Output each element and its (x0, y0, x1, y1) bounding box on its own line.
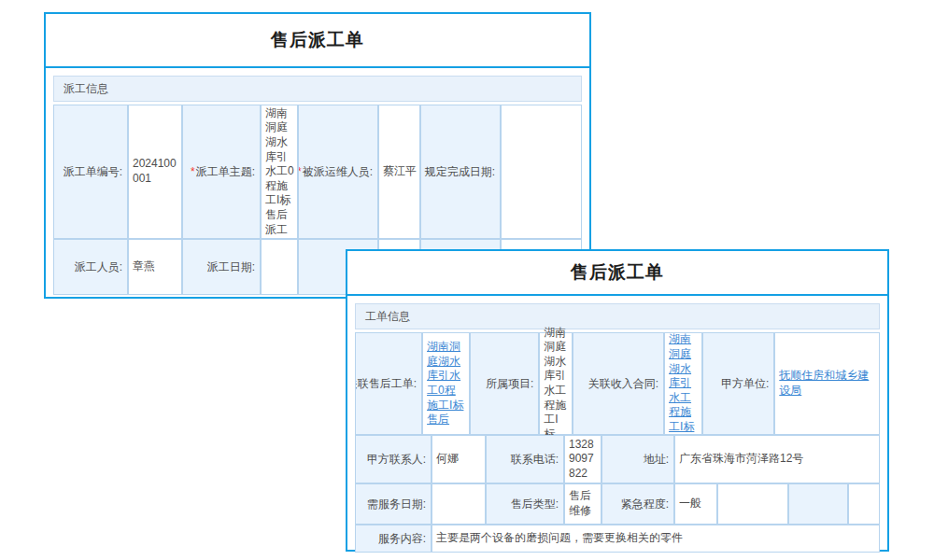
label-dispatcher: 派工人员: (53, 239, 128, 295)
party-a-unit-link[interactable]: 抚顺住房和城乡建设局 (779, 369, 876, 398)
value-contact-phone: 13289097822 (564, 435, 601, 483)
value-urgency: 一般 (674, 483, 717, 525)
label-dispatch-date: 派工日期: (182, 239, 261, 295)
label-service-date: 需服务日期: (355, 483, 432, 525)
panel-title: 售后派工单 (46, 14, 589, 68)
table-row: 需服务日期: 售后类型: 售后维修 紧急程度: 一般 (355, 483, 880, 525)
empty-value-cell (848, 483, 880, 525)
table-row: 服务内容: 主要是两个设备的磨损问题，需要更换相关的零件 (355, 525, 880, 553)
value-address: 广东省珠海市菏泽路12号 (674, 435, 880, 483)
required-asterisk: * (191, 165, 195, 178)
value-project: 湖南洞庭湖水库引水工程施工I标 (539, 332, 573, 435)
label-text: 派工单主题: (196, 164, 255, 180)
value-dispatch-date (261, 239, 298, 295)
label-work-order-no: 派工单编号: (53, 105, 128, 239)
value-dispatcher: 章燕 (128, 239, 182, 295)
panel-body: 工单信息 关联售后工单: 湖南洞庭湖水库引水工0程施工I标售后 所属项目: 湖南… (347, 296, 887, 560)
value-party-a-unit: 抚顺住房和城乡建设局 (774, 332, 880, 435)
label-required-finish-date: 规定完成日期: (420, 105, 501, 239)
label-urgency: 紧急程度: (601, 483, 674, 525)
label-contact-phone: 联系电话: (486, 435, 564, 483)
related-income-contract-link[interactable]: 湖南洞庭湖水库引水工程施工I标 (669, 332, 699, 434)
label-related-aftersales-order: 关联售后工单: (355, 332, 422, 435)
order-info-table: 关联售后工单: 湖南洞庭湖水库引水工0程施工I标售后 所属项目: 湖南洞庭湖水库… (355, 332, 880, 553)
table-row: 甲方联系人: 何娜 联系电话: 13289097822 地址: 广东省珠海市菏泽… (355, 435, 880, 483)
label-text: 被派运维人员: (303, 164, 373, 180)
value-aftersales-type: 售后维修 (564, 483, 601, 525)
value-service-date (432, 483, 486, 525)
label-service-content: 服务内容: (355, 525, 432, 553)
section-header-order-info: 工单信息 (355, 303, 880, 329)
required-asterisk: * (298, 165, 302, 178)
label-project: 所属项目: (470, 332, 539, 435)
label-party-a-contact: 甲方联系人: (355, 435, 432, 483)
value-assigned-personnel: 蔡江平 (378, 105, 420, 239)
label-work-order-subject: * 派工单主题: (182, 105, 261, 239)
table-row: 关联售后工单: 湖南洞庭湖水库引水工0程施工I标售后 所属项目: 湖南洞庭湖水库… (355, 332, 880, 435)
value-related-aftersales-order: 湖南洞庭湖水库引水工0程施工I标售后 (422, 332, 470, 435)
value-party-a-contact: 何娜 (432, 435, 486, 483)
value-required-finish-date (501, 105, 582, 239)
value-service-content: 主要是两个设备的磨损问题，需要更换相关的零件 (432, 525, 880, 553)
page-background: 售后派工单 派工信息 派工单编号: 2024100001 * 派工单主题: 湖南… (0, 0, 934, 560)
table-row: 派工单编号: 2024100001 * 派工单主题: 湖南洞庭湖水库引水工0程施… (53, 105, 582, 239)
work-order-card-order-info: 售后派工单 工单信息 关联售后工单: 湖南洞庭湖水库引水工0程施工I标售后 所属… (346, 249, 889, 552)
section-header-dispatch-info: 派工信息 (53, 76, 582, 102)
related-aftersales-order-link[interactable]: 湖南洞庭湖水库引水工0程施工I标售后 (427, 340, 466, 427)
empty-value-cell (717, 483, 788, 525)
label-aftersales-type: 售后类型: (486, 483, 564, 525)
label-related-income-contract: 关联收入合同: (573, 332, 664, 435)
panel-title: 售后派工单 (347, 251, 887, 296)
label-party-a-unit: 甲方单位: (702, 332, 774, 435)
label-address: 地址: (601, 435, 674, 483)
empty-label-cell (788, 483, 848, 525)
value-work-order-no: 2024100001 (128, 105, 182, 239)
label-assigned-personnel: * 被派运维人员: (298, 105, 378, 239)
value-related-income-contract: 湖南洞庭湖水库引水工程施工I标 (664, 332, 702, 435)
value-work-order-subject: 湖南洞庭湖水库引水工0程施工I标售后派工 (261, 105, 298, 239)
